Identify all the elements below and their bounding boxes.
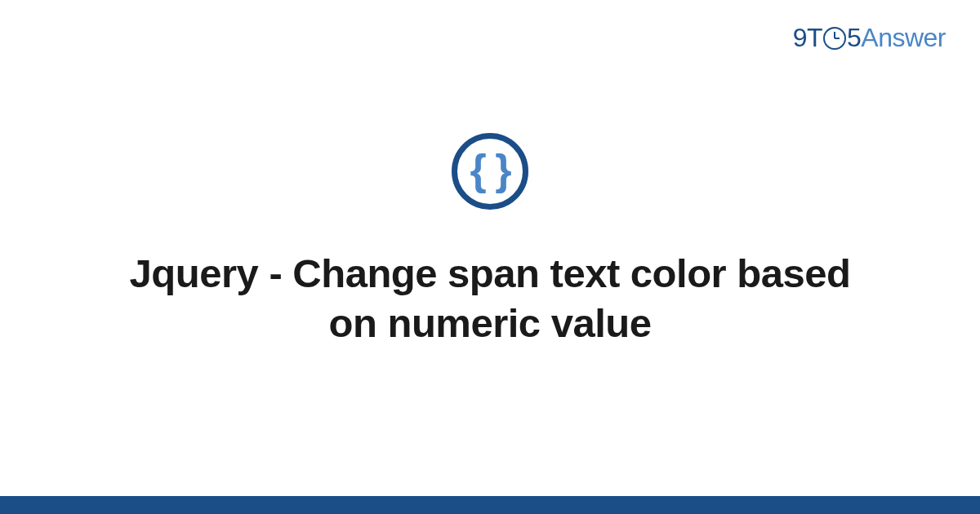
braces-glyph: { } bbox=[470, 148, 510, 191]
footer-bar bbox=[0, 496, 980, 514]
code-braces-icon: { } bbox=[452, 133, 528, 210]
main-content: { } Jquery - Change span text color base… bbox=[0, 0, 980, 514]
icon-wrapper: { } bbox=[452, 133, 528, 210]
page-title: Jquery - Change span text color based on… bbox=[114, 249, 866, 349]
